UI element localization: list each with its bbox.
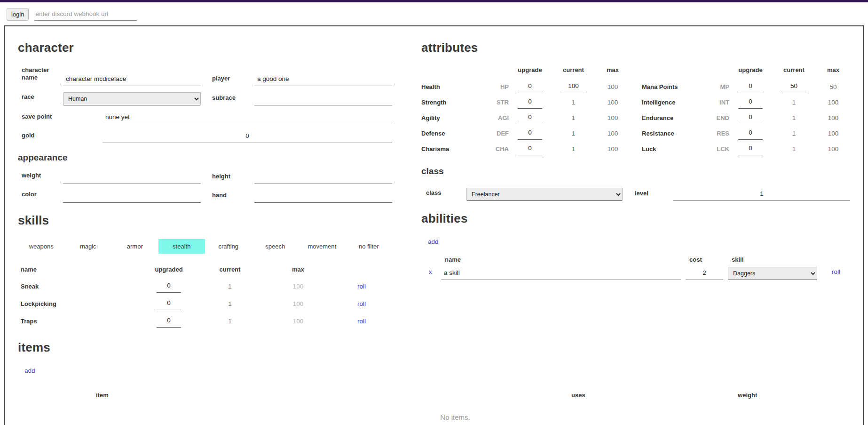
height-label: height — [212, 173, 254, 184]
attr-max-value: 100 — [596, 130, 630, 137]
attr-max-value: 100 — [816, 145, 850, 152]
skills-table: name upgraded current max Sneak 1 100 ro… — [18, 266, 392, 330]
webhook-url-input[interactable] — [34, 8, 137, 21]
attr-abbr: END — [710, 114, 729, 121]
attr-upgrade-input[interactable] — [738, 112, 763, 124]
attributes-section-title: attributes — [421, 40, 850, 55]
ability-name-input[interactable] — [441, 267, 681, 280]
items-col-weight: weight — [738, 392, 757, 399]
attr-label: Defense — [421, 126, 490, 141]
attributes-tables: upgrade current max Health HP 100 Streng… — [421, 66, 850, 157]
skill-roll-link[interactable]: roll — [357, 283, 366, 290]
ability-skill-select[interactable]: Daggers — [728, 267, 817, 280]
login-button[interactable]: login — [7, 8, 29, 21]
attr-label: Resistance — [642, 126, 710, 141]
attr-upgrade-input[interactable] — [738, 80, 763, 93]
filter-tab-speech[interactable]: speech — [252, 239, 299, 254]
skill-upgraded-input[interactable] — [157, 280, 181, 293]
character-name-label: character name — [22, 66, 63, 86]
attr-abbr: MP — [710, 83, 729, 90]
attr-upgrade-input[interactable] — [518, 80, 542, 93]
attr-label: Strength — [421, 95, 490, 110]
attr-current-value: 1 — [772, 99, 816, 106]
attr-current-value: 1 — [772, 145, 816, 152]
attr-current-value: 1 — [772, 130, 816, 137]
level-input[interactable] — [673, 188, 850, 201]
player-label: player — [212, 75, 254, 86]
filter-tab-no-filter[interactable]: no filter — [346, 239, 393, 254]
attr-abbr: STR — [490, 99, 509, 106]
filter-tab-weapons[interactable]: weapons — [18, 239, 65, 254]
level-label: level — [635, 190, 664, 201]
skill-name: Lockpicking — [21, 295, 138, 313]
abilities-table: name cost skill x Daggers roll — [421, 256, 850, 280]
gold-label: gold — [22, 132, 103, 143]
filter-tab-armor[interactable]: armor — [111, 239, 158, 254]
skill-max-value: 100 — [260, 283, 336, 290]
height-input[interactable] — [254, 171, 392, 184]
attr-upgrade-input[interactable] — [738, 96, 763, 109]
attr-current-value: 1 — [551, 145, 596, 152]
skills-filter-tabs: weapons magic armor stealth crafting spe… — [18, 239, 392, 254]
color-input[interactable] — [63, 190, 201, 203]
skills-col-name: name — [21, 266, 138, 278]
filter-tab-crafting[interactable]: crafting — [205, 239, 252, 254]
attr-upgrade-input[interactable] — [518, 96, 542, 109]
filter-tab-magic[interactable]: magic — [65, 239, 112, 254]
subrace-label: subrace — [212, 94, 254, 105]
attr-col-upgrade: upgrade — [509, 66, 551, 79]
skill-name: Sneak — [21, 278, 138, 295]
weight-input[interactable] — [63, 171, 201, 184]
skill-upgraded-input[interactable] — [157, 315, 181, 328]
save-point-input[interactable] — [103, 112, 392, 124]
appearance-section-title: appearance — [18, 152, 392, 163]
attr-label: Charisma — [421, 141, 490, 157]
skill-name: Traps — [21, 313, 138, 330]
attr-max-value: 100 — [816, 114, 850, 121]
attr-abbr: CHA — [490, 145, 509, 152]
ability-cost-input[interactable] — [686, 267, 723, 280]
attr-upgrade-input[interactable] — [518, 127, 542, 140]
filter-tab-movement[interactable]: movement — [299, 239, 346, 254]
race-select[interactable]: Human — [63, 92, 201, 105]
class-select[interactable]: Freelancer — [466, 188, 623, 201]
skill-upgraded-input[interactable] — [157, 297, 181, 310]
abilities-section-title: abilities — [421, 211, 850, 226]
character-name-input[interactable] — [63, 73, 201, 86]
attributes-table-right: upgrade current max Mana Points MP 50 In… — [642, 66, 850, 157]
hand-input[interactable] — [254, 190, 392, 203]
attr-abbr: DEF — [490, 130, 509, 137]
ability-roll-link[interactable]: roll — [832, 268, 840, 275]
attr-label: Mana Points — [642, 79, 710, 95]
character-sheet: character character name player race Hum… — [4, 25, 864, 425]
add-ability-link[interactable]: add — [428, 238, 439, 245]
attr-current-input[interactable] — [782, 80, 806, 93]
race-label: race — [22, 93, 63, 105]
filter-tab-stealth[interactable]: stealth — [158, 239, 205, 254]
attr-col-current: current — [772, 66, 816, 79]
skill-current-value: 1 — [199, 283, 260, 290]
save-point-label: save point — [22, 113, 103, 124]
add-item-link[interactable]: add — [24, 367, 35, 374]
attr-current-value: 1 — [551, 114, 596, 121]
attr-upgrade-input[interactable] — [518, 143, 542, 155]
gold-input[interactable] — [103, 130, 392, 143]
skills-col-current: current — [199, 266, 260, 278]
skill-roll-link[interactable]: roll — [357, 300, 366, 307]
character-section-title: character — [18, 40, 392, 55]
attr-upgrade-input[interactable] — [738, 143, 763, 155]
attr-upgrade-input[interactable] — [738, 127, 763, 140]
attr-max-value: 50 — [816, 83, 850, 90]
hand-label: hand — [212, 192, 254, 203]
attr-current-input[interactable] — [561, 80, 586, 93]
player-input[interactable] — [254, 73, 392, 86]
attr-abbr: AGI — [490, 114, 509, 121]
attr-abbr: INT — [710, 99, 729, 106]
attr-upgrade-input[interactable] — [518, 112, 542, 124]
weight-label: weight — [22, 172, 63, 184]
attr-max-value: 100 — [596, 145, 630, 152]
attr-max-value: 100 — [816, 99, 850, 106]
skill-roll-link[interactable]: roll — [357, 318, 366, 325]
remove-ability-link[interactable]: x — [429, 268, 432, 275]
subrace-input[interactable] — [254, 93, 392, 105]
